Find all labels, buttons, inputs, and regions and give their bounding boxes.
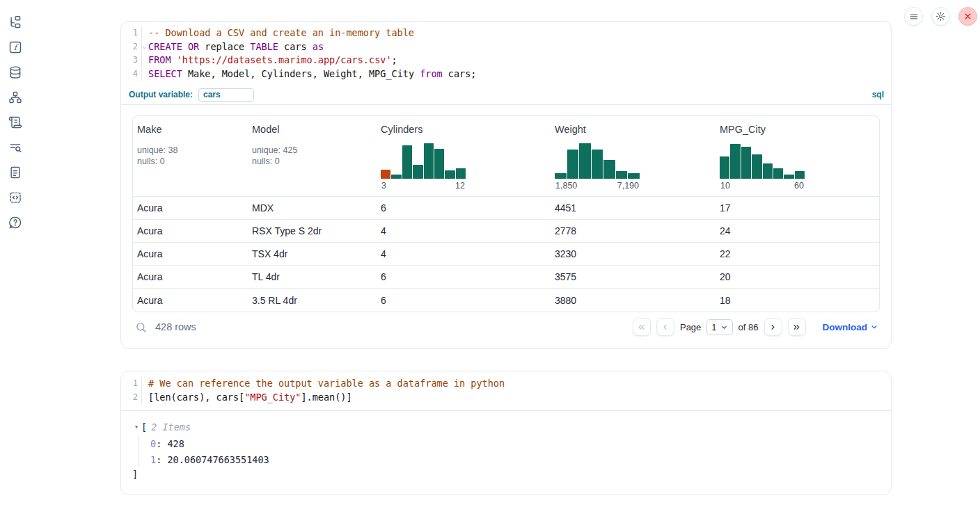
table-cell: Acura — [133, 248, 248, 259]
table-cell: 17 — [716, 202, 879, 214]
close-button[interactable] — [958, 7, 977, 26]
function-square-icon[interactable]: f — [8, 40, 23, 55]
histogram-bar — [402, 145, 412, 179]
code-token: ].mean()] — [301, 392, 351, 403]
gear-icon — [935, 11, 946, 22]
histogram-bars[interactable] — [555, 141, 640, 179]
column-header-mpg_city[interactable]: MPG_City1060 — [716, 116, 879, 196]
code-text[interactable]: CREATE OR replace TABLE cars as — [142, 40, 324, 54]
list-output-tree: ▾ [ 2 Items 0: 4281: 20.060747663551403 … — [121, 411, 891, 481]
table-cell: Acura — [133, 202, 248, 214]
code-token: as — [313, 41, 324, 52]
window-controls — [904, 7, 977, 26]
help-bubble-icon[interactable] — [8, 215, 23, 230]
table-row[interactable]: AcuraRSX Type S 2dr4277824 — [133, 220, 879, 243]
code-text[interactable]: [len(cars), cars["MPG_City"].mean()] — [142, 391, 352, 405]
histogram-bar — [445, 170, 455, 179]
python-cell: 1# We can reference the output variable … — [120, 371, 892, 495]
open-bracket: [ — [141, 420, 147, 434]
histogram-bar — [752, 154, 761, 179]
python-code-editor[interactable]: 1# We can reference the output variable … — [121, 371, 891, 411]
histogram-bar — [567, 150, 579, 179]
histogram-bar — [795, 171, 805, 179]
table-cell: Acura — [133, 271, 248, 282]
code-line[interactable]: 2⌄CREATE OR replace TABLE cars as — [121, 40, 891, 54]
code-text[interactable]: SELECT Make, Model, Cylinders, Weight, M… — [142, 67, 476, 81]
code-line[interactable]: 3FROM 'https://datasets.marimo.app/cars.… — [121, 54, 891, 67]
code-token: SELECT — [148, 68, 182, 79]
column-stat: nulls: 0 — [252, 156, 372, 167]
column-name: Weight — [555, 124, 711, 135]
histogram-bars[interactable] — [720, 141, 805, 179]
previous-page-button[interactable] — [656, 318, 674, 336]
output-variable-input[interactable] — [198, 88, 254, 102]
next-page-button[interactable] — [764, 318, 782, 336]
page-select[interactable]: 1 — [706, 319, 732, 335]
line-number-gutter: 2 — [121, 391, 142, 405]
table-cell: 4 — [377, 225, 551, 236]
histogram-axis-labels: 1,8507,190 — [555, 181, 640, 191]
histogram-bars[interactable] — [381, 141, 466, 179]
dependency-graph-icon[interactable] — [8, 90, 23, 105]
column-header-make[interactable]: Makeunique: 38nulls: 0 — [133, 116, 248, 196]
menu-button[interactable] — [904, 7, 923, 26]
table-row[interactable]: AcuraTL 4dr6357520 — [133, 266, 879, 289]
code-text[interactable]: # We can reference the output variable a… — [142, 377, 505, 391]
histogram-bar — [616, 171, 628, 179]
table-row[interactable]: Acura3.5 RL 4dr6388018 — [133, 289, 879, 312]
table-header-row: Makeunique: 38nulls: 0Modelunique: 425nu… — [133, 116, 879, 197]
histogram-bar — [381, 170, 390, 179]
svg-text:f: f — [14, 43, 19, 52]
histogram-bar — [434, 149, 444, 179]
search-icon[interactable] — [135, 321, 147, 333]
code-line[interactable]: 2[len(cars), cars["MPG_City"].mean()] — [121, 391, 891, 405]
page-label: Page — [680, 322, 701, 332]
line-number-gutter: 3 — [121, 54, 142, 67]
table-row[interactable]: AcuraTSX 4dr4323022 — [133, 243, 879, 266]
line-number: 1 — [133, 377, 138, 391]
code-line[interactable]: 1-- Download a CSV and create an in-memo… — [121, 26, 891, 40]
database-icon[interactable] — [8, 65, 23, 80]
chevrons-left-icon — [637, 323, 646, 332]
data-table: Makeunique: 38nulls: 0Modelunique: 425nu… — [132, 115, 880, 312]
line-number-gutter: 4 — [121, 67, 142, 81]
table-row[interactable]: AcuraMDX6445117 — [133, 197, 879, 220]
file-tree-icon[interactable] — [8, 15, 23, 30]
histogram-bar — [424, 143, 434, 179]
code-snippet-icon[interactable] — [8, 190, 23, 205]
chevron-left-icon — [661, 323, 670, 332]
table-cell: 4451 — [551, 202, 716, 214]
code-line[interactable]: 4SELECT Make, Model, Cylinders, Weight, … — [121, 67, 891, 81]
code-text[interactable]: -- Download a CSV and create an in-memor… — [142, 26, 414, 40]
last-page-button[interactable] — [788, 318, 806, 336]
axis-label: 12 — [455, 181, 465, 191]
collapse-chevron-icon[interactable]: ▾ — [134, 420, 139, 434]
table-body: AcuraMDX6445117AcuraRSX Type S 2dr427782… — [133, 197, 879, 312]
first-page-button[interactable] — [633, 318, 651, 336]
line-number: 1 — [133, 26, 138, 40]
language-badge[interactable]: sql — [872, 90, 884, 99]
table-cell: 6 — [377, 271, 551, 282]
axis-label: 3 — [381, 181, 386, 191]
settings-button[interactable] — [931, 7, 950, 26]
download-button[interactable]: Download — [823, 322, 879, 332]
code-text[interactable]: FROM 'https://datasets.marimo.app/cars.c… — [142, 54, 397, 67]
sql-cell: 1-- Download a CSV and create an in-memo… — [120, 21, 892, 349]
output-variable-label: Output variable: — [129, 90, 193, 99]
code-line[interactable]: 1# We can reference the output variable … — [121, 377, 891, 391]
column-header-cylinders[interactable]: Cylinders312 — [377, 116, 551, 196]
table-cell: 3880 — [551, 295, 716, 306]
column-header-model[interactable]: Modelunique: 425nulls: 0 — [248, 116, 377, 196]
document-icon[interactable] — [8, 165, 23, 180]
log-search-icon[interactable] — [8, 140, 23, 155]
sidebar: f — [0, 0, 31, 507]
column-header-weight[interactable]: Weight1,8507,190 — [551, 116, 716, 196]
column-stat: nulls: 0 — [137, 156, 244, 167]
sql-code-editor[interactable]: 1-- Download a CSV and create an in-memo… — [121, 22, 891, 85]
scroll-text-icon[interactable] — [8, 115, 23, 130]
table-cell: 2778 — [551, 225, 716, 236]
fold-chevron-icon[interactable]: ⌄ — [143, 43, 146, 49]
download-label: Download — [823, 322, 868, 332]
tree-entry-separator: : — [156, 438, 167, 449]
close-bracket: ] — [132, 467, 891, 481]
